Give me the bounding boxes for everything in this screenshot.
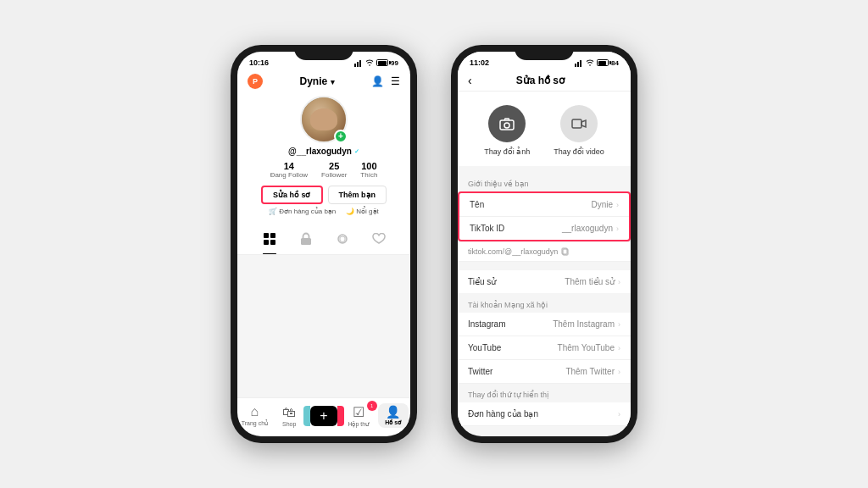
change-photo[interactable]: Thay đổi ảnh xyxy=(484,105,530,156)
social-fields-group: Instagram Thêm Instagram › YouTube Thêm … xyxy=(458,313,631,384)
edit-top-nav: ‹ Sửa hồ sơ xyxy=(458,70,631,92)
camera-circle xyxy=(488,105,526,142)
field-name-value: Dynie › xyxy=(591,200,619,209)
change-photo-label: Thay đổi ảnh xyxy=(484,147,530,156)
media-section: Thay đổi ảnh Thay đổi video xyxy=(458,92,631,166)
battery-icon-1 xyxy=(376,59,388,66)
tab-icons xyxy=(237,224,410,255)
plus-button[interactable]: + xyxy=(310,406,337,426)
back-button[interactable]: ‹ xyxy=(468,74,472,87)
bottom-nav: ⌂ Trang chủ 🛍 Shop + ☑ 1 Hộp thư 👤 Hồ sơ xyxy=(237,397,410,436)
verify-icon: ✓ xyxy=(354,148,359,155)
time-2: 11:02 xyxy=(470,58,489,67)
nav-icons: 👤 ☰ xyxy=(371,75,400,87)
username: @__rlaxogudyn ✓ xyxy=(288,147,359,156)
status-icons-2: 84 xyxy=(575,58,619,67)
grid-icon xyxy=(263,232,276,246)
svg-rect-6 xyxy=(264,240,269,245)
avatar-plus-button[interactable]: + xyxy=(334,130,348,143)
notch xyxy=(294,45,353,60)
order-chevron: › xyxy=(618,410,620,419)
youtube-field[interactable]: YouTube Thêm YouTube › xyxy=(458,336,631,360)
twitter-field[interactable]: Twitter Thêm Twitter › xyxy=(458,360,631,384)
nav-title[interactable]: Dynie ▾ xyxy=(299,75,334,87)
youtube-chevron: › xyxy=(618,344,620,352)
nav-profile[interactable]: 👤 Hồ sơ xyxy=(378,403,409,428)
tab-lock[interactable] xyxy=(294,227,318,251)
signal-icon-2 xyxy=(575,58,583,67)
nav-shop[interactable]: 🛍 Shop xyxy=(274,405,304,427)
svg-rect-7 xyxy=(270,240,275,245)
time-1: 10:16 xyxy=(249,58,269,67)
change-video[interactable]: Thay đổi video xyxy=(554,105,604,156)
change-video-label: Thay đổi video xyxy=(554,147,604,156)
svg-rect-4 xyxy=(264,233,269,238)
camera-icon xyxy=(499,117,515,130)
inbox-badge: 1 xyxy=(367,401,377,411)
bio-chevron: › xyxy=(618,278,620,286)
link-noi-gat[interactable]: 🌙 Nổi gật xyxy=(346,208,378,215)
svg-point-15 xyxy=(504,123,509,128)
svg-rect-5 xyxy=(270,233,275,238)
chevron-icon-2: › xyxy=(616,225,619,233)
cart-icon: 🛒 xyxy=(269,208,277,215)
order-row[interactable]: Đơn hàng của bạn › xyxy=(458,402,631,426)
phone-profile: 10:16 99 xyxy=(231,45,417,443)
battery-level-1: 99 xyxy=(391,59,398,67)
moon-icon: 🌙 xyxy=(346,208,354,215)
lock-icon xyxy=(300,232,312,246)
svg-rect-10 xyxy=(575,64,576,67)
tiktok-url-row: tiktok.com/@__rlaxogudyn xyxy=(458,242,631,262)
chevron-down-icon: ▾ xyxy=(331,78,335,86)
svg-rect-2 xyxy=(359,60,361,67)
field-name[interactable]: Tên Dynie › xyxy=(459,193,629,217)
link-orders[interactable]: 🛒 Đơn hàng của bạn xyxy=(269,208,336,215)
video-icon xyxy=(571,118,587,130)
tag-icon xyxy=(336,233,349,245)
instagram-chevron: › xyxy=(618,320,620,329)
home-icon: ⌂ xyxy=(251,404,259,419)
twitter-value: Thêm Twitter › xyxy=(565,367,620,376)
tab-grid[interactable] xyxy=(258,227,281,251)
profile-nav-icon: 👤 xyxy=(386,405,400,419)
nav-plus[interactable]: + xyxy=(309,406,339,426)
nav-inbox[interactable]: ☑ 1 Hộp thư xyxy=(343,404,374,428)
social-section-title: Tài khoản Mạng xã hội xyxy=(458,294,631,313)
status-icons-1: 99 xyxy=(354,58,398,67)
field-tiktok-value: __rlaxogudyn › xyxy=(562,224,619,233)
order-section-title: Thay đổi thứ tự hiển thị xyxy=(458,384,631,402)
svg-rect-0 xyxy=(354,64,356,67)
stat-followers[interactable]: 25 Follower xyxy=(321,161,347,179)
chevron-icon: › xyxy=(616,201,619,209)
svg-rect-1 xyxy=(357,62,359,67)
heart-icon xyxy=(372,233,386,245)
stats-row: 14 Đang Follow 25 Follower 100 Thích xyxy=(270,161,378,179)
person-icon[interactable]: 👤 xyxy=(371,75,384,87)
tab-tag[interactable] xyxy=(331,227,354,251)
svg-rect-12 xyxy=(580,60,581,67)
bio-row[interactable]: Tiểu sử Thêm tiểu sử › xyxy=(458,270,631,293)
tab-heart[interactable] xyxy=(367,227,391,251)
intro-section-title: Giới thiệu về bạn xyxy=(458,175,631,191)
field-tiktok-id[interactable]: TikTok ID __rlaxogudyn › xyxy=(459,217,629,240)
instagram-field[interactable]: Instagram Thêm Instagram › xyxy=(458,313,631,336)
stat-following[interactable]: 14 Đang Follow xyxy=(270,161,308,179)
phone-edit-profile: 11:02 84 ‹ Sửa hồ s xyxy=(451,45,637,443)
content-grid xyxy=(237,255,410,397)
shop-icon: 🛍 xyxy=(282,405,296,420)
nav-home[interactable]: ⌂ Trang chủ xyxy=(239,404,270,427)
signal-icon xyxy=(354,58,363,67)
copy-icon xyxy=(561,247,570,256)
avatar-container: + xyxy=(300,96,348,143)
wifi-icon-2 xyxy=(586,58,594,67)
notch-2 xyxy=(515,45,574,60)
add-friend-button[interactable]: Thêm bạn xyxy=(328,186,387,204)
menu-icon[interactable]: ☰ xyxy=(391,75,400,87)
instagram-value: Thêm Instagram › xyxy=(553,319,620,329)
wifi-icon xyxy=(365,58,374,67)
profile-section: + @__rlaxogudyn ✓ 14 Đang Follow 25 Foll… xyxy=(237,92,410,224)
edit-profile-button[interactable]: Sửa hồ sơ xyxy=(261,186,323,204)
stat-likes[interactable]: 100 Thích xyxy=(360,161,377,179)
phone-screen-2: 11:02 84 ‹ Sửa hồ s xyxy=(458,52,631,436)
youtube-value: Thêm YouTube › xyxy=(558,343,620,352)
